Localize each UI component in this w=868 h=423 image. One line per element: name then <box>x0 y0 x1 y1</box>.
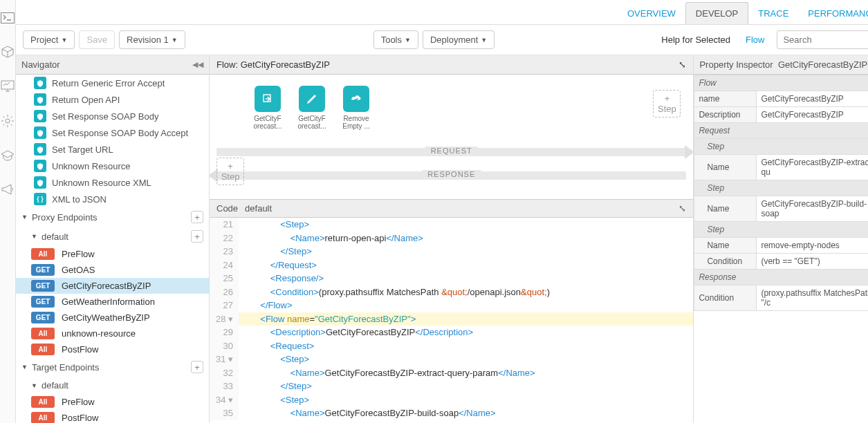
policy-label: Set Response SOAP Body <box>52 111 158 122</box>
megaphone-icon[interactable] <box>1 183 15 198</box>
inspector-row[interactable]: nameGetCityForecastByZIP <box>694 91 868 107</box>
code-line[interactable]: 27 </Flow> <box>210 299 693 312</box>
inspector-row[interactable]: Nameremove-empty-nodes <box>694 238 868 254</box>
add-step-button[interactable]: +Step <box>653 90 681 118</box>
gutter: 24 <box>210 258 239 272</box>
inspector-key: Condition <box>694 254 757 270</box>
policy-item[interactable]: Unknown Resource XML <box>16 174 209 191</box>
method-badge: GET <box>31 296 55 308</box>
code-line[interactable]: 22 <Name>return-open-api</Name> <box>210 232 693 245</box>
code-line[interactable]: 31 ▾ <Step> <box>210 352 693 366</box>
policy-label: Set Response SOAP Body Accept <box>52 128 188 138</box>
flow-label: PostFlow <box>62 413 98 423</box>
tab-overview[interactable]: OVERVIEW <box>618 3 685 24</box>
deployment-button[interactable]: Deployment▼ <box>423 30 495 49</box>
collapse-icon[interactable]: ⤡ <box>678 203 686 214</box>
code-line[interactable]: 25 <Response/> <box>210 272 693 285</box>
flow-item[interactable]: GETGetCityWeatherByZIP <box>16 310 209 326</box>
section-header[interactable]: ▼default <box>26 377 209 394</box>
flow-item[interactable]: AllPostFlow <box>16 341 209 357</box>
collapse-icon[interactable]: ⤡ <box>678 59 686 70</box>
inspector-value[interactable]: GetCityForecastByZIP-extract-qu <box>757 155 868 180</box>
code-line[interactable]: 32 <Name>GetCityForecastByZIP-extract-qu… <box>210 366 693 380</box>
inspector-row[interactable]: DescriptionGetCityForecastByZIP <box>694 107 868 123</box>
code-line[interactable]: 26 <Condition>(proxy.pathsuffix MatchesP… <box>210 285 693 299</box>
policy-tile[interactable]: RemoveEmpty ... <box>340 86 373 130</box>
inspector-section: Step <box>694 222 868 238</box>
tab-develop[interactable]: DEVELOP <box>685 2 748 24</box>
add-button[interactable]: + <box>191 211 203 223</box>
inspector-section: Step <box>694 139 868 155</box>
code-line[interactable]: 21 <Step> <box>210 218 693 232</box>
terminal-icon[interactable] <box>1 12 15 26</box>
section-header[interactable]: ▼Proxy Endpoints+ <box>16 207 209 227</box>
inspector-value[interactable]: GetCityForecastByZIP <box>757 91 868 107</box>
inspector-value[interactable]: GetCityForecastByZIP-build-soap <box>757 196 868 222</box>
flow-item[interactable]: AllPreFlow <box>16 246 209 262</box>
gutter: 25 <box>210 272 239 285</box>
package-icon[interactable] <box>1 45 15 61</box>
code-line[interactable]: 28 ▾ <Flow name="GetCityForecastByZIP"> <box>210 312 693 326</box>
policy-item[interactable]: { }XML to JSON <box>16 191 209 207</box>
inspector-value[interactable]: (proxy.pathsuffix MatchesPath "/c <box>757 285 868 311</box>
tab-performance[interactable]: PERFORMANCE <box>798 3 868 24</box>
inspector-row[interactable]: NameGetCityForecastByZIP-build-soap <box>694 196 868 222</box>
graduation-icon[interactable] <box>0 149 15 164</box>
inspector-section: Flow <box>694 75 868 91</box>
tab-trace[interactable]: TRACE <box>748 3 798 24</box>
section-header[interactable]: ▼Target Endpoints+ <box>16 357 209 377</box>
navigator-header: Navigator ◀◀ <box>16 55 209 75</box>
policy-item[interactable]: Unknown Resource <box>16 158 209 174</box>
svg-point-2 <box>6 119 10 123</box>
tools-button[interactable]: Tools▼ <box>373 30 418 49</box>
policy-tile[interactable]: GetCityForecast... <box>251 86 284 130</box>
save-button[interactable]: Save <box>79 30 115 49</box>
search-input[interactable] <box>777 30 868 49</box>
code-line[interactable]: 29 <Description>GetCityForecastByZIP</De… <box>210 326 693 339</box>
code-line[interactable]: 33 </Step> <box>210 379 693 393</box>
gear-icon[interactable] <box>1 114 15 130</box>
code-line[interactable]: 23 </Step> <box>210 245 693 258</box>
flow-header: Flow: GetCityForecastByZIP ⤡ <box>210 55 693 75</box>
flow-label: GetOAS <box>62 265 95 275</box>
add-step-button[interactable]: +Step <box>216 158 244 185</box>
code-line[interactable]: 34 ▾ <Step> <box>210 393 693 407</box>
method-badge: GET <box>31 312 55 323</box>
policy-item[interactable]: Set Target URL <box>16 141 209 158</box>
inspector-row[interactable]: Condition(proxy.pathsuffix MatchesPath "… <box>694 285 868 311</box>
flow-item[interactable]: Allunknown-resource <box>16 326 209 341</box>
code-editor[interactable]: 21 <Step>22 <Name>return-open-api</Name>… <box>210 218 693 423</box>
inspector-value[interactable]: (verb == "GET") <box>757 254 868 270</box>
policy-item[interactable]: Return Open API <box>16 91 209 108</box>
code-file[interactable]: default <box>245 203 272 214</box>
inspector-value[interactable]: GetCityForecastByZIP <box>757 107 868 123</box>
revision-button[interactable]: Revision 1▼ <box>119 30 185 49</box>
policy-tile[interactable]: GetCityForecast... <box>295 86 329 130</box>
project-button[interactable]: Project▼ <box>23 30 75 49</box>
inspector-value[interactable]: remove-empty-nodes <box>757 238 868 254</box>
policy-item[interactable]: Set Response SOAP Body Accept <box>16 124 209 141</box>
flow-item[interactable]: AllPreFlow <box>16 394 209 410</box>
inspector-row[interactable]: Condition(verb == "GET") <box>694 254 868 270</box>
flow-item[interactable]: GETGetWeatherInformation <box>16 294 209 310</box>
gutter: 32 <box>210 366 239 380</box>
collapse-icon[interactable]: ◀◀ <box>192 60 203 69</box>
add-button[interactable]: + <box>191 230 203 243</box>
section-header[interactable]: ▼default+ <box>26 227 209 246</box>
flow-link[interactable]: Flow <box>746 35 764 45</box>
inspector-row[interactable]: NameGetCityForecastByZIP-extract-qu <box>694 155 868 180</box>
inspector-section: Request <box>694 123 868 139</box>
flow-item[interactable]: AllPostFlow <box>16 410 209 423</box>
policy-item[interactable]: Return Generic Error Accept <box>16 75 209 91</box>
policy-item[interactable]: Set Response SOAP Body <box>16 108 209 124</box>
code-line[interactable]: 24 </Request> <box>210 258 693 272</box>
code-tab[interactable]: Code <box>216 203 238 214</box>
flow-label: GetCityForecastByZIP <box>62 281 151 291</box>
toolbar: Project▼ Save Revision 1▼ Tools▼ Deploym… <box>16 25 868 55</box>
flow-item[interactable]: GETGetCityForecastByZIP <box>16 278 209 294</box>
code-line[interactable]: 30 <Request> <box>210 339 693 353</box>
add-button[interactable]: + <box>191 361 203 373</box>
code-line[interactable]: 35 <Name>GetCityForecastByZIP-build-soap… <box>210 406 693 420</box>
monitor-icon[interactable] <box>1 80 15 95</box>
flow-item[interactable]: GETGetOAS <box>16 262 209 278</box>
